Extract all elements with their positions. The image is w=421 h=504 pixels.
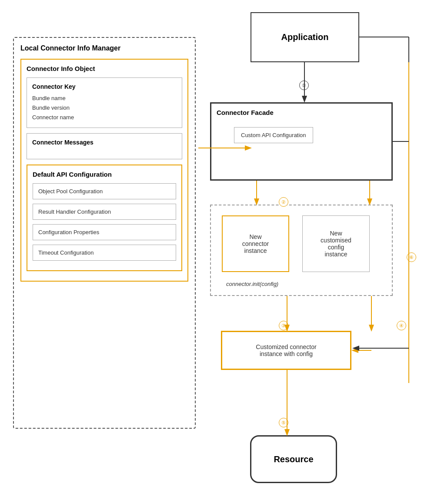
local-connector-manager: Local Connector Info Manager Connector I… [13,37,196,429]
application-box: Application [251,12,359,62]
custom-api-config-label: Custom API Configuration [241,132,306,138]
application-title: Application [281,32,329,42]
result-handler-config: Result Handler Configuration [33,204,176,220]
step4-circle: ④ [397,321,406,330]
step3-circle: ③ [279,321,288,330]
customized-connector-box: Customized connectorinstance with config [221,331,351,370]
connector-init-text: connector.init(config) [226,281,278,287]
resource-title: Resource [274,454,313,464]
diagram-container: Local Connector Info Manager Connector I… [0,0,421,504]
bundle-name: Bundle name [32,94,177,103]
timeout-config: Timeout Configuration [33,245,176,261]
new-customised-label: Newcustomisedconfiginstance [321,230,351,258]
customized-connector-label: Customized connectorinstance with config [256,343,316,357]
cio-title: Connector Info Object [27,65,182,72]
connector-messages-box: Connector Messages [27,133,182,159]
connector-key-box: Connector Key Bundle name Bundle version… [27,77,182,128]
custom-api-config-box: Custom API Configuration [234,127,313,143]
step2-circle: ② [279,197,288,207]
connector-name: Connector name [32,113,177,122]
default-api-config: Default API Configuration Object Pool Co… [27,165,182,271]
lcm-title: Local Connector Info Manager [20,44,188,52]
ck-title: Connector Key [32,83,177,90]
object-pool-config: Object Pool Configuration [33,183,176,199]
new-connector-instance-box: Newconnectorinstance [222,215,289,272]
cf-title: Connector Facade [217,109,386,116]
resource-box: Resource [250,435,337,483]
dac-title: Default API Configuration [33,171,176,178]
new-customised-box: Newcustomisedconfiginstance [302,215,370,272]
new-connector-label: Newconnectorinstance [242,233,269,254]
cm-title: Connector Messages [32,139,177,146]
step1-circle: ① [299,81,309,90]
connector-facade-box: Connector Facade Custom API Configuratio… [210,102,393,181]
connector-info-object: Connector Info Object Connector Key Bund… [20,59,188,282]
step5-circle: ⑤ [279,418,288,427]
step6-circle: ⑥ [407,252,416,262]
bundle-version: Bundle version [32,103,177,113]
configuration-properties: Configuration Properties [33,224,176,240]
